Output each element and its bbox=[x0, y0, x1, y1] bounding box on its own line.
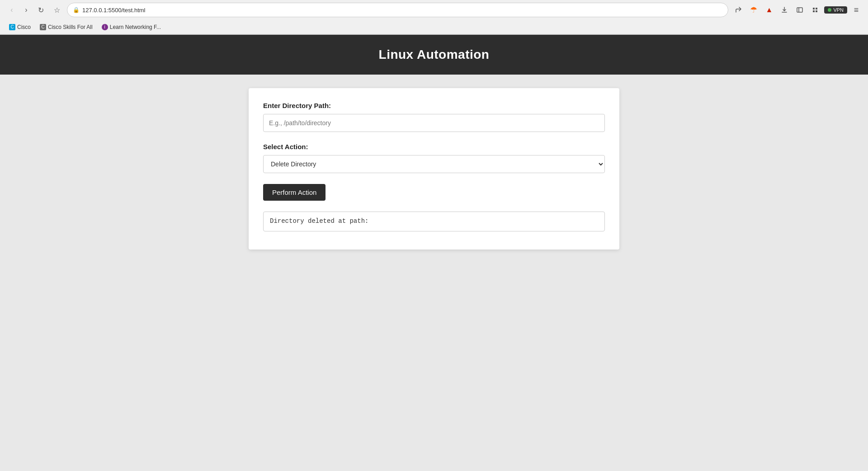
directory-input[interactable] bbox=[263, 114, 605, 132]
forward-button[interactable]: › bbox=[20, 4, 33, 16]
action-select[interactable]: Delete Directory Create Directory List D… bbox=[263, 155, 605, 173]
vpn-button[interactable]: VPN bbox=[824, 6, 847, 14]
bookmark-cisco-label: Cisco bbox=[17, 24, 31, 30]
bookmark-cisco-skills-label: Cisco Skills For All bbox=[48, 24, 93, 30]
action-group: Select Action: Delete Directory Create D… bbox=[263, 143, 605, 173]
bookmark-learn-networking-label: Learn Networking F... bbox=[110, 24, 161, 30]
page-title: Linux Automation bbox=[9, 47, 859, 62]
bookmarks-bar: C Cisco C Cisco Skills For All i Learn N… bbox=[0, 20, 868, 34]
brave-shield-icon: ☂ bbox=[750, 5, 757, 15]
output-box: Directory deleted at path: bbox=[263, 212, 605, 231]
reload-button[interactable]: ↻ bbox=[34, 4, 47, 16]
address-bar-container: 🔒 bbox=[67, 3, 728, 17]
page-body: Enter Directory Path: Select Action: Del… bbox=[0, 75, 868, 436]
svg-rect-5 bbox=[816, 10, 817, 12]
menu-button[interactable]: ≡ bbox=[850, 4, 863, 16]
nav-buttons: ‹ › ↻ bbox=[5, 4, 47, 16]
brave-shield[interactable]: ☂ bbox=[747, 4, 760, 16]
share-button[interactable] bbox=[732, 4, 745, 16]
sidebar-button[interactable] bbox=[793, 4, 806, 16]
svg-rect-3 bbox=[816, 8, 817, 9]
svg-rect-4 bbox=[813, 10, 815, 12]
vpn-status-dot bbox=[828, 8, 831, 12]
brave-alert-icon: ▲ bbox=[765, 6, 773, 14]
main-card: Enter Directory Path: Select Action: Del… bbox=[249, 88, 619, 250]
svg-rect-0 bbox=[797, 8, 802, 12]
download-button[interactable] bbox=[778, 4, 791, 16]
back-button[interactable]: ‹ bbox=[5, 4, 18, 16]
cisco-skills-favicon: C bbox=[40, 24, 46, 30]
browser-chrome: ‹ › ↻ ☆ 🔒 ☂ ▲ bbox=[0, 0, 868, 35]
directory-path-group: Enter Directory Path: bbox=[263, 102, 605, 132]
directory-label: Enter Directory Path: bbox=[263, 102, 605, 109]
bookmark-learn-networking[interactable]: i Learn Networking F... bbox=[98, 23, 165, 31]
action-label: Select Action: bbox=[263, 143, 605, 151]
address-bar[interactable] bbox=[82, 7, 722, 14]
page-header: Linux Automation bbox=[0, 35, 868, 75]
learn-networking-favicon: i bbox=[102, 24, 108, 30]
vpn-label: VPN bbox=[833, 7, 844, 13]
extensions-button[interactable] bbox=[809, 4, 821, 16]
bookmark-cisco[interactable]: C Cisco bbox=[5, 23, 34, 31]
bookmark-cisco-skills[interactable]: C Cisco Skills For All bbox=[36, 23, 96, 31]
browser-toolbar: ‹ › ↻ ☆ 🔒 ☂ ▲ bbox=[0, 0, 868, 20]
cisco-favicon: C bbox=[9, 24, 15, 30]
browser-actions: ☂ ▲ bbox=[732, 4, 863, 16]
security-icon: 🔒 bbox=[73, 7, 80, 13]
bookmark-star-button[interactable]: ☆ bbox=[51, 4, 63, 16]
brave-alert[interactable]: ▲ bbox=[763, 4, 775, 16]
perform-action-button[interactable]: Perform Action bbox=[263, 184, 326, 201]
svg-rect-2 bbox=[813, 8, 815, 9]
